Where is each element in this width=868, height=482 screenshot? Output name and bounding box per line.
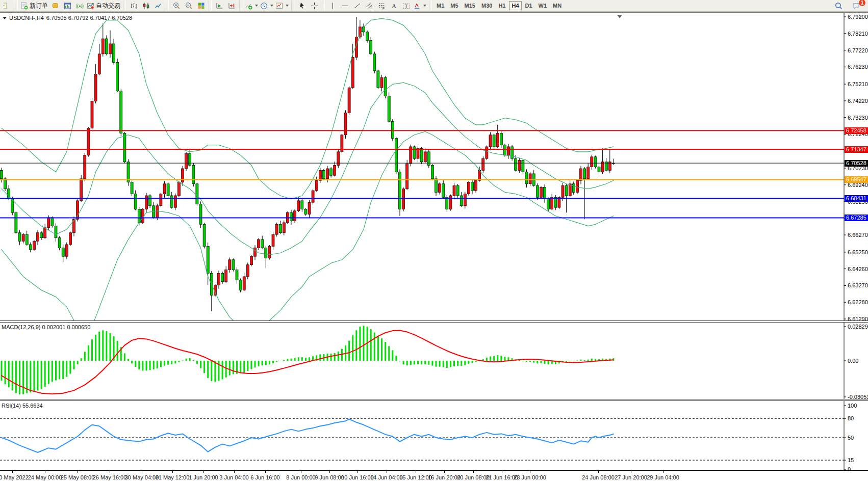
price-tick-label: 6.74220 — [848, 98, 868, 104]
chat-button[interactable]: 1 — [850, 1, 862, 11]
rsi-tick-label: 0 — [848, 466, 851, 470]
chevron-down-icon[interactable] — [423, 5, 426, 7]
shift-icon — [228, 2, 236, 10]
linechart-button[interactable] — [152, 1, 164, 11]
time-tick — [473, 471, 474, 473]
crosshair-button[interactable] — [308, 1, 320, 11]
signal-icon — [76, 2, 84, 10]
arrows-button[interactable] — [412, 1, 427, 11]
symbol-info: USDCNH-,H4 6.70505 6.70792 6.70417 6.705… — [3, 15, 132, 21]
autoscroll-button[interactable] — [213, 1, 225, 11]
text-button[interactable]: A — [388, 1, 400, 11]
price-level-badge: 6.69547 — [845, 176, 868, 183]
label-icon: T — [402, 2, 410, 10]
macd-tick-label: 0.02829 — [848, 324, 868, 330]
tile-button[interactable] — [195, 1, 207, 11]
template-icon — [275, 2, 283, 10]
timeframe-button-m30[interactable]: M30 — [479, 1, 495, 10]
main-toolbar: 新订单自动交易EFATM1M5M15M30H1H4D1W1MN1 — [0, 0, 868, 12]
svg-text:T: T — [404, 3, 407, 8]
gold-button[interactable] — [49, 1, 61, 11]
dock-icon — [4, 2, 11, 10]
autotrade-icon — [87, 2, 94, 10]
toolbar-separator — [166, 1, 169, 11]
hline-button[interactable] — [339, 1, 351, 11]
timeframe-button-h1[interactable]: H1 — [496, 1, 508, 10]
zoom-in-button[interactable] — [170, 1, 183, 11]
hline-icon — [341, 2, 349, 10]
gold-icon — [52, 2, 59, 10]
fibo-icon: F — [378, 2, 386, 10]
market-watch-icon — [64, 2, 71, 10]
timeframe-button-m1[interactable]: M1 — [434, 1, 447, 10]
time-tick — [387, 471, 387, 473]
candles-button[interactable] — [140, 1, 152, 11]
trendline-button[interactable] — [351, 1, 363, 11]
svg-text:E: E — [370, 6, 373, 9]
time-tick — [172, 471, 173, 473]
time-tick — [416, 471, 416, 473]
symbol-collapse-icon[interactable] — [3, 17, 7, 19]
zoom-out-icon — [185, 2, 193, 10]
price-tick-label: 6.64260 — [848, 266, 868, 272]
periods-button[interactable] — [259, 1, 274, 11]
new-order-label: 新订单 — [30, 2, 48, 10]
vline-icon — [329, 2, 337, 10]
bars-icon — [130, 2, 138, 10]
indicators-button[interactable] — [244, 1, 259, 11]
price-tick-label: 6.73230 — [848, 115, 868, 121]
market-watch-button[interactable] — [61, 1, 73, 11]
chevron-down-icon[interactable] — [255, 5, 258, 7]
timeframe-button-h4[interactable]: H4 — [509, 1, 521, 10]
timeframe-button-d1[interactable]: D1 — [523, 1, 535, 10]
macd-panel-canvas[interactable]: 0.028290.00-0.030537 — [0, 323, 868, 399]
trendline-icon — [353, 2, 361, 10]
price-tick-label: 6.78210 — [848, 31, 868, 37]
shift-button[interactable] — [225, 1, 238, 11]
main-chart-canvas[interactable]: 6.792006.782106.772206.762306.752106.742… — [0, 13, 868, 320]
chart-window: USDCNH-,H4 6.70505 6.70792 6.70417 6.705… — [0, 13, 868, 482]
toolbar-separator — [239, 1, 242, 11]
timeframe-button-m15[interactable]: M15 — [462, 1, 478, 10]
cursor-icon — [298, 2, 306, 10]
fibo-button[interactable]: F — [375, 1, 388, 11]
signal-button[interactable] — [73, 1, 86, 11]
zoom-out-button[interactable] — [183, 1, 195, 11]
time-tick — [329, 471, 330, 473]
svg-text:A: A — [392, 3, 396, 10]
price-tick-label: 6.61290 — [848, 316, 868, 320]
label-button[interactable]: T — [400, 1, 412, 11]
cursor-button[interactable] — [296, 1, 308, 11]
time-tick-label: 23 Jun 00:00 — [507, 474, 553, 480]
bars-button[interactable] — [127, 1, 140, 11]
price-tick-label: 6.62280 — [848, 299, 868, 305]
search-button[interactable] — [832, 1, 845, 11]
time-tick — [530, 471, 530, 473]
linechart-icon — [155, 2, 162, 10]
indicators-icon — [245, 2, 252, 10]
arrows-icon — [413, 2, 421, 10]
time-tick — [234, 471, 235, 473]
rsi-tick-label: 50 — [848, 435, 854, 441]
time-tick — [45, 471, 45, 473]
timeframe-button-mn[interactable]: MN — [550, 1, 564, 10]
vline-button[interactable] — [326, 1, 339, 11]
autotrade-label: 自动交易 — [96, 2, 120, 10]
price-level-badge: 6.71347 — [845, 146, 868, 153]
chevron-down-icon[interactable] — [286, 5, 289, 7]
rsi-panel-canvas[interactable]: 1008050150 — [0, 401, 868, 470]
autotrade-button[interactable]: 自动交易 — [86, 1, 121, 11]
time-axis[interactable]: 20 May 202224 May 00:0025 May 08:0026 Ma… — [0, 470, 868, 482]
price-level-badge: 6.72458 — [845, 127, 868, 134]
new-order-button[interactable]: 新订单 — [19, 1, 49, 11]
timeframe-button-w1[interactable]: W1 — [536, 1, 550, 10]
price-level-badge: 6.70528 — [845, 160, 868, 167]
toolbar-separator — [322, 1, 325, 11]
macd-label: MACD(12,26,9) 0.002001 0.000650 — [2, 324, 90, 330]
toolbar-separator — [209, 1, 212, 11]
chevron-down-icon[interactable] — [270, 5, 273, 7]
channel-button[interactable]: E — [363, 1, 375, 11]
template-button[interactable] — [274, 1, 290, 11]
timeframe-button-m5[interactable]: M5 — [448, 1, 461, 10]
dock-button[interactable] — [1, 1, 13, 11]
